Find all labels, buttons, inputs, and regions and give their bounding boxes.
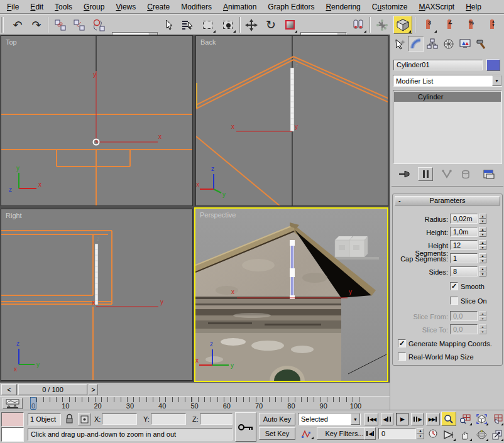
radius-field[interactable]: 0,02m — [450, 214, 478, 224]
select-by-name-button[interactable] — [178, 16, 196, 33]
track-bar-frame-marker[interactable] — [30, 397, 36, 410]
x-coord-field[interactable] — [102, 413, 137, 425]
cap-segments-field[interactable]: 1 — [450, 253, 478, 263]
angle-snap-toggle-button[interactable]: ∠ — [440, 16, 459, 33]
smooth-checkbox[interactable]: ✓ — [450, 282, 458, 290]
selection-set-dropdown[interactable]: Selected ▼ — [298, 413, 361, 425]
tab-utilities[interactable] — [473, 36, 490, 52]
menu-modifiers[interactable]: Modifiers — [175, 0, 217, 14]
tab-motion[interactable] — [441, 36, 457, 52]
select-object-button[interactable] — [162, 16, 177, 33]
go-to-start-button[interactable]: ◀◀ — [364, 413, 378, 425]
tab-modify[interactable] — [408, 36, 424, 52]
viewport-top[interactable]: Top y x y x z — [1, 35, 193, 206]
height-segments-spinner[interactable]: ▲▼ — [479, 240, 486, 250]
show-end-result-button[interactable] — [418, 167, 433, 181]
go-to-end-button[interactable]: ▶▶ — [426, 413, 440, 425]
maxscript-mini-listener-pink[interactable] — [1, 412, 24, 427]
tab-display[interactable] — [457, 36, 473, 52]
track-ruler[interactable]: 0102030405060708090100 — [30, 397, 363, 410]
min-max-toggle-button[interactable] — [490, 427, 504, 442]
stack-item-cylinder[interactable]: Cylinder — [394, 92, 501, 102]
menu-tools[interactable]: Tools — [49, 0, 78, 14]
object-name-field[interactable]: Cylinder01 — [393, 60, 483, 70]
sides-spinner[interactable]: ▲▼ — [479, 266, 486, 276]
viewport-right[interactable]: Right z x y z y x — [1, 209, 193, 381]
sides-field[interactable]: 8 — [450, 266, 478, 276]
rectangular-selection-region-button[interactable] — [199, 16, 216, 33]
toolbar-drag-handle[interactable] — [1, 17, 4, 33]
keyboard-shortcut-override-toggle[interactable] — [235, 412, 256, 442]
menu-graph-editors[interactable]: Graph Editors — [262, 0, 320, 14]
menu-edit[interactable]: Edit — [25, 0, 49, 14]
percent-snap-toggle-button[interactable]: % — [461, 16, 480, 33]
next-frame-arrow[interactable]: > — [89, 384, 98, 395]
generate-mapping-coords-checkbox[interactable]: ✓ — [398, 339, 406, 347]
dropdown-arrow-icon[interactable]: ▼ — [492, 75, 501, 86]
select-and-scale-button[interactable] — [282, 16, 298, 33]
default-in-out-tangents-button[interactable] — [298, 427, 314, 440]
height-field[interactable]: 1,0m — [450, 227, 478, 237]
spinner-snap-toggle-button[interactable]: ▲▼ — [483, 16, 501, 33]
remove-modifier-button[interactable] — [458, 168, 473, 180]
menu-help[interactable]: Help — [460, 0, 487, 14]
redo-button[interactable]: ↷ — [28, 16, 45, 33]
modifier-stack[interactable]: Cylinder — [393, 90, 502, 164]
time-slider-handle[interactable]: 0 / 100 — [18, 384, 87, 395]
y-coord-field[interactable] — [151, 413, 186, 425]
modifier-list-dropdown[interactable]: Modifier List ▼ — [393, 75, 502, 87]
menu-maxscript[interactable]: MAXScript — [414, 0, 461, 14]
height-spinner[interactable]: ▲▼ — [479, 227, 486, 237]
menu-views[interactable]: Views — [110, 0, 141, 14]
menu-rendering[interactable]: Rendering — [320, 0, 366, 14]
slice-on-checkbox[interactable] — [450, 297, 458, 305]
frame-spinner[interactable]: ▲▼ — [417, 428, 424, 439]
viewport-perspective[interactable]: Perspective — [194, 207, 388, 382]
menu-customize[interactable]: Customize — [366, 0, 414, 14]
undo-button[interactable]: ↶ — [9, 16, 26, 33]
real-world-map-size-checkbox[interactable] — [398, 353, 406, 361]
viewport-back[interactable]: Back z x y z x y — [195, 35, 388, 206]
previous-frame-button[interactable]: ◀ — [381, 413, 393, 425]
menu-animation[interactable]: Animation — [217, 0, 262, 14]
z-coord-field[interactable] — [200, 413, 233, 425]
viewport-back-label[interactable]: Back — [200, 38, 216, 46]
parameters-rollout-header[interactable]: - Parameters — [395, 196, 500, 205]
auto-key-button[interactable]: Auto Key — [259, 413, 295, 425]
configure-modifier-sets-button[interactable] — [481, 168, 497, 180]
bind-to-space-warp-button[interactable] — [89, 16, 108, 33]
arc-rotate-button[interactable] — [474, 427, 489, 442]
field-of-view-button[interactable] — [441, 427, 456, 442]
select-and-move-button[interactable] — [243, 16, 260, 33]
current-frame-field[interactable]: 0 — [378, 428, 416, 439]
unlink-selection-button[interactable] — [70, 16, 88, 33]
selection-lock-toggle[interactable] — [65, 413, 74, 425]
height-segments-field[interactable]: 12 — [450, 240, 478, 250]
select-and-link-button[interactable] — [52, 16, 69, 33]
menu-file[interactable]: File — [1, 0, 25, 14]
use-pivot-point-center-button[interactable] — [349, 16, 367, 33]
absolute-offset-toggle[interactable] — [78, 413, 91, 425]
pin-stack-button[interactable] — [397, 168, 412, 180]
track-bar[interactable]: 0102030405060708090100 — [0, 396, 390, 410]
tab-create[interactable] — [392, 36, 408, 52]
object-color-swatch[interactable] — [486, 59, 500, 71]
zoom-extents-all-button[interactable] — [490, 412, 504, 426]
zoom-extents-button[interactable] — [474, 412, 489, 426]
viewport-top-label[interactable]: Top — [6, 38, 17, 46]
previous-frame-arrow[interactable]: < — [1, 384, 17, 395]
dropdown-arrow-icon[interactable]: ▼ — [351, 413, 360, 425]
make-unique-button[interactable] — [439, 168, 454, 180]
select-and-manipulate-button[interactable] — [373, 16, 391, 33]
radius-spinner[interactable]: ▲▼ — [479, 214, 486, 224]
snap-toggle-3d-button[interactable]: 3 — [419, 16, 437, 33]
maxscript-mini-listener-white[interactable] — [1, 427, 24, 442]
pan-view-button[interactable] — [457, 427, 473, 442]
cap-segments-spinner[interactable]: ▲▼ — [479, 253, 486, 263]
time-configuration-button[interactable] — [427, 427, 439, 440]
open-mini-curve-editor-button[interactable] — [3, 398, 23, 409]
key-filters-button[interactable]: Key Filters... — [317, 427, 372, 440]
viewport-perspective-label[interactable]: Perspective — [200, 211, 236, 219]
tab-hierarchy[interactable] — [424, 36, 441, 52]
menu-group[interactable]: Group — [78, 0, 110, 14]
